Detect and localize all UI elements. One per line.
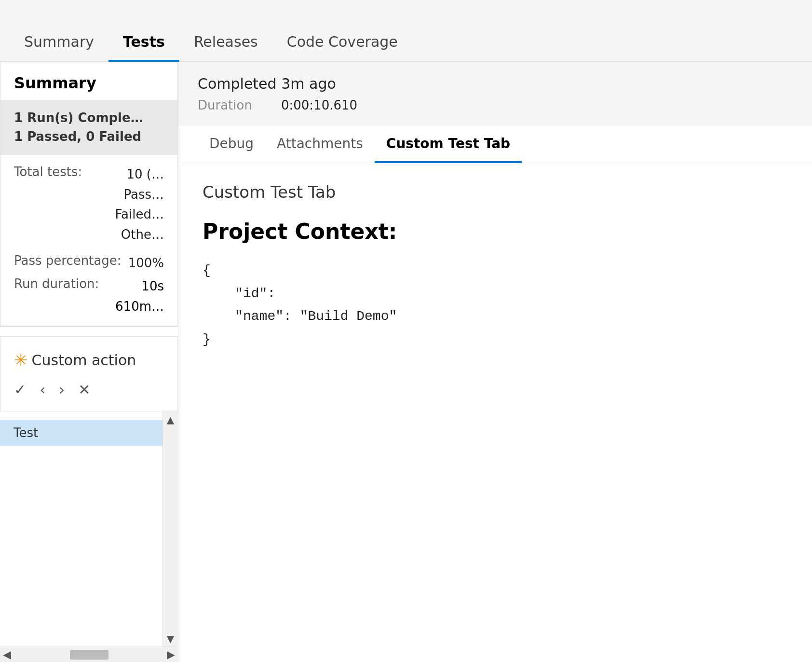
asterisk-icon: ✳	[14, 350, 28, 370]
tree-area: Test ▲ ▼	[0, 412, 178, 647]
custom-action-label: Custom action	[32, 352, 136, 369]
total-tests-label: Total tests:	[14, 165, 82, 245]
total-tests-row: Total tests: 10 (…Pass…Failed…Othe…	[14, 165, 164, 245]
pass-pct-value: 100%	[128, 253, 164, 274]
total-tests-values: 10 (…Pass…Failed…Othe…	[115, 165, 164, 245]
custom-action-panel: ✳ Custom action ✓ ‹ › ✕	[0, 336, 178, 412]
pass-pct-row: Pass percentage: 100%	[14, 253, 164, 274]
check-icon[interactable]: ✓	[14, 381, 26, 398]
runs-line1: 1 Run(s) Comple…	[14, 109, 164, 127]
custom-action-controls: ✓ ‹ › ✕	[14, 381, 164, 398]
scroll-down-arrow[interactable]: ▼	[167, 633, 174, 645]
duration-value: 0:00:10.610	[281, 98, 357, 112]
tab-releases[interactable]: Releases	[179, 24, 272, 62]
custom-action-title: ✳ Custom action	[14, 350, 164, 370]
sub-tab-debug[interactable]: Debug	[198, 126, 265, 163]
sub-tab-attachments[interactable]: Attachments	[265, 126, 375, 163]
duration-label: Duration	[198, 98, 252, 112]
project-context-heading: Project Context:	[203, 219, 788, 244]
left-panel: Summary 1 Run(s) Comple… 1 Passed, 0 Fai…	[0, 62, 178, 662]
summary-details: Total tests: 10 (…Pass…Failed…Othe… Pass…	[0, 155, 177, 326]
content-tab-title: Custom Test Tab	[203, 182, 788, 202]
main-content: Summary 1 Run(s) Comple… 1 Passed, 0 Fai…	[0, 62, 812, 662]
summary-card-title: Summary	[0, 62, 177, 100]
run-duration-label: Run duration:	[14, 276, 99, 317]
scroll-thumb[interactable]	[70, 650, 108, 660]
run-duration-row: Run duration: 10s610m…	[14, 276, 164, 317]
next-icon[interactable]: ›	[59, 381, 65, 398]
scroll-up-arrow[interactable]: ▲	[167, 414, 174, 426]
close-icon[interactable]: ✕	[78, 381, 90, 398]
scroll-right-arrow[interactable]: ▶	[167, 648, 175, 661]
vertical-scrollbar: ▲ ▼	[162, 412, 178, 647]
sub-tab-custom-test-tab[interactable]: Custom Test Tab	[375, 126, 522, 163]
run-duration-value: 10s610m…	[115, 276, 164, 317]
json-content: { "id": "name": "Build Demo" }	[203, 259, 788, 351]
tab-tests[interactable]: Tests	[108, 24, 179, 62]
top-navigation: Summary Tests Releases Code Coverage	[0, 0, 812, 62]
sub-tabs: Debug Attachments Custom Test Tab	[178, 126, 812, 163]
prev-icon[interactable]: ‹	[40, 381, 45, 398]
runs-line2: 1 Passed, 0 Failed	[14, 127, 164, 146]
scroll-left-arrow[interactable]: ◀	[3, 648, 11, 661]
summary-runs-banner: 1 Run(s) Comple… 1 Passed, 0 Failed	[0, 100, 177, 155]
completed-banner: Completed 3m ago Duration 0:00:10.610	[178, 62, 812, 126]
horizontal-scrollbar: ◀ ▶	[0, 647, 178, 662]
completed-title: Completed 3m ago	[198, 75, 793, 92]
right-panel: Completed 3m ago Duration 0:00:10.610 De…	[178, 62, 812, 662]
tree-node-test[interactable]: Test	[0, 420, 178, 446]
pass-pct-label: Pass percentage:	[14, 253, 122, 274]
tab-summary[interactable]: Summary	[10, 24, 108, 62]
tab-code-coverage[interactable]: Code Coverage	[272, 24, 412, 62]
summary-card: Summary 1 Run(s) Comple… 1 Passed, 0 Fai…	[0, 62, 178, 327]
content-body: Custom Test Tab Project Context: { "id":…	[178, 163, 812, 662]
duration-row: Duration 0:00:10.610	[198, 98, 793, 112]
